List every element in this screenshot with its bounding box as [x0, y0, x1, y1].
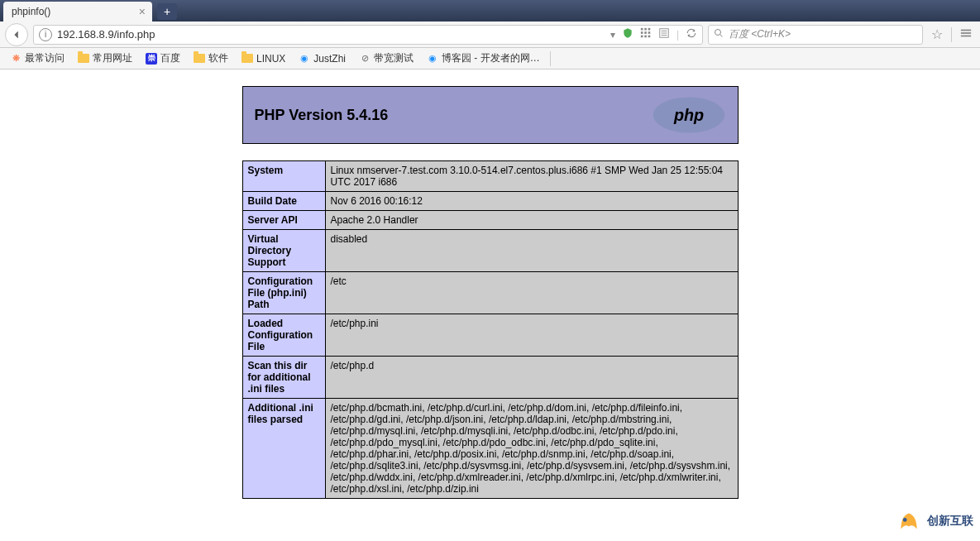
info-value: Apache 2.0 Handler — [325, 211, 738, 230]
php-logo-icon: php — [652, 95, 726, 135]
info-value: Linux nmserver-7.test.com 3.10.0-514.el7… — [325, 161, 738, 192]
bookmark-bandwidth[interactable]: ⊘ 带宽测试 — [354, 50, 418, 67]
bookmark-label: LINUX — [256, 53, 285, 65]
back-arrow-icon — [11, 29, 22, 41]
folder-icon — [78, 54, 89, 63]
svg-rect-7 — [644, 36, 647, 38]
dropdown-icon[interactable]: ▾ — [610, 29, 615, 41]
navigation-bar: i 192.168.8.9/info.php ▾ | 百度 <Ctrl+K> ☆ — [0, 22, 980, 48]
search-placeholder: 百度 <Ctrl+K> — [729, 27, 791, 41]
divider — [951, 27, 952, 42]
info-key: Server API — [242, 211, 325, 230]
bookmark-cnblogs[interactable]: ◉ 博客园 - 开发者的网… — [422, 50, 545, 67]
info-key: Build Date — [242, 192, 325, 211]
site-info-icon[interactable]: i — [39, 28, 52, 41]
divider — [550, 51, 551, 66]
table-row: Configuration File (php.ini) Path/etc — [242, 272, 738, 314]
info-key: Additional .ini files parsed — [242, 399, 325, 499]
reader-icon[interactable] — [658, 27, 670, 41]
new-tab-button[interactable]: + — [157, 3, 177, 20]
bookmark-label: 博客园 - 开发者的网… — [442, 51, 540, 65]
bookmark-label: 带宽测试 — [374, 51, 414, 65]
reload-icon[interactable] — [686, 27, 697, 41]
info-key: Configuration File (php.ini) Path — [242, 272, 325, 314]
bookmark-baidu[interactable]: 崇 百度 — [141, 50, 185, 67]
bookmark-linux[interactable]: LINUX — [237, 51, 290, 66]
watermark: 创新互联 — [896, 508, 973, 515]
bookmark-most-visited[interactable]: ❋ 最常访问 — [5, 50, 69, 67]
site-icon: ◉ — [299, 53, 310, 65]
search-bar[interactable]: 百度 <Ctrl+K> — [708, 25, 923, 45]
baidu-icon: 崇 — [146, 53, 157, 65]
url-bar[interactable]: i 192.168.8.9/info.php ▾ | — [33, 25, 703, 45]
svg-rect-2 — [648, 28, 651, 31]
table-row: Build DateNov 6 2016 00:16:12 — [242, 192, 738, 211]
menu-icon[interactable] — [957, 27, 975, 42]
bookmark-label: 百度 — [160, 51, 180, 65]
svg-rect-1 — [644, 28, 647, 31]
table-row: Server APIApache 2.0 Handler — [242, 211, 738, 230]
tab-title: phpinfo() — [12, 6, 50, 17]
table-row: Virtual Directory Supportdisabled — [242, 230, 738, 272]
svg-rect-17 — [961, 35, 971, 36]
svg-rect-16 — [961, 32, 971, 34]
tab-bar: phpinfo() × + — [0, 0, 980, 22]
bookmark-star-icon[interactable]: ☆ — [928, 26, 946, 42]
bookmark-software[interactable]: 软件 — [189, 50, 233, 67]
table-row: Additional .ini files parsed/etc/php.d/b… — [242, 399, 738, 499]
url-text: 192.168.8.9/info.php — [57, 28, 605, 41]
info-key: System — [242, 161, 325, 192]
svg-rect-6 — [641, 36, 643, 38]
bookmark-label: 软件 — [208, 51, 228, 65]
svg-rect-15 — [961, 29, 971, 31]
bookmark-label: 常用网址 — [93, 51, 132, 65]
page-content: PHP Version 5.4.16 php SystemLinux nmser… — [0, 69, 980, 515]
info-value: /etc/php.d/bcmath.ini, /etc/php.d/curl.i… — [325, 399, 738, 499]
phpinfo-container: PHP Version 5.4.16 php SystemLinux nmser… — [242, 86, 739, 499]
shield-icon[interactable] — [622, 27, 633, 41]
php-version-title: PHP Version 5.4.16 — [255, 107, 389, 124]
bookmark-common-urls[interactable]: 常用网址 — [73, 50, 137, 67]
svg-rect-4 — [644, 31, 647, 34]
info-key: Scan this dir for additional .ini files — [242, 357, 325, 399]
table-row: Loaded Configuration File/etc/php.ini — [242, 314, 738, 357]
browser-tab[interactable]: phpinfo() × — [3, 2, 152, 22]
folder-icon — [241, 54, 253, 63]
svg-text:php: php — [672, 106, 703, 124]
info-value: /etc — [325, 272, 738, 314]
bookmark-label: 最常访问 — [25, 51, 65, 65]
recent-icon: ❋ — [10, 53, 22, 65]
grid-icon[interactable] — [640, 27, 652, 41]
search-icon — [714, 28, 724, 41]
svg-point-13 — [715, 30, 721, 36]
site-icon: ◉ — [427, 53, 438, 65]
bookmarks-bar: ❋ 最常访问 常用网址 崇 百度 软件 LINUX ◉ JustZhi ⊘ 带宽… — [0, 48, 980, 69]
info-value: Nov 6 2016 00:16:12 — [325, 192, 738, 211]
svg-rect-5 — [648, 31, 651, 34]
url-bar-icons: ▾ | — [610, 27, 697, 41]
folder-icon — [194, 54, 205, 63]
watermark-text: 创新互联 — [927, 514, 973, 515]
svg-rect-8 — [648, 36, 651, 38]
phpinfo-table: SystemLinux nmserver-7.test.com 3.10.0-5… — [242, 160, 739, 499]
info-key: Virtual Directory Support — [242, 230, 325, 272]
table-row: SystemLinux nmserver-7.test.com 3.10.0-5… — [242, 161, 738, 192]
svg-rect-0 — [641, 28, 643, 31]
info-value: /etc/php.ini — [325, 314, 738, 357]
bookmark-label: JustZhi — [313, 53, 346, 65]
clock-icon: ⊘ — [359, 53, 370, 65]
back-button[interactable] — [5, 23, 28, 46]
svg-rect-3 — [641, 31, 643, 34]
bookmark-justzhi[interactable]: ◉ JustZhi — [294, 51, 351, 66]
svg-line-14 — [720, 35, 723, 37]
info-key: Loaded Configuration File — [242, 314, 325, 357]
tab-close-icon[interactable]: × — [139, 5, 146, 18]
info-value: /etc/php.d — [325, 357, 738, 399]
table-row: Scan this dir for additional .ini files/… — [242, 357, 738, 399]
phpinfo-header: PHP Version 5.4.16 php — [242, 86, 739, 144]
watermark-logo-icon — [896, 508, 922, 515]
info-value: disabled — [325, 230, 738, 272]
